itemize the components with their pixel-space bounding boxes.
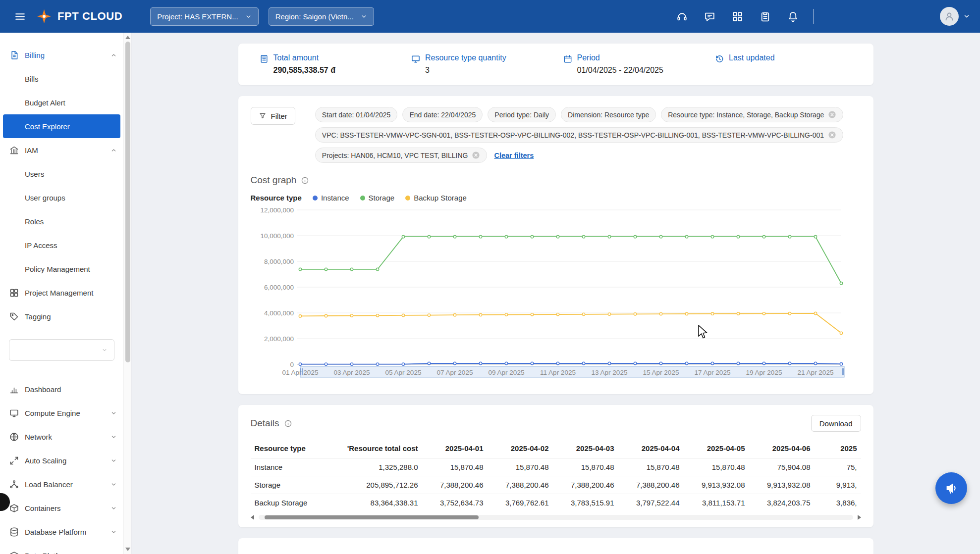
stat-value: 290,585,338.57 đ <box>273 66 335 75</box>
svg-text:19 Apr 2025: 19 Apr 2025 <box>746 369 782 376</box>
sidebar-item-label: Database Platform <box>25 528 86 536</box>
cost-graph-title: Cost graph <box>251 175 861 186</box>
scroll-down-icon[interactable] <box>125 548 130 551</box>
sidebar-item-iam[interactable]: IAM <box>0 138 123 162</box>
sidebar-scrollbar[interactable] <box>123 33 131 554</box>
row-cell: 3,797,522.44 <box>618 494 684 512</box>
row-cell: 7,388,200.46 <box>618 476 684 494</box>
sidebar-select[interactable] <box>9 339 114 361</box>
filter-button-label: Filter <box>271 112 287 120</box>
legend-storage[interactable]: Storage <box>360 194 395 202</box>
row-cell: 15,870.48 <box>618 458 684 476</box>
row-cell: 3,783,515.91 <box>553 494 618 512</box>
sidebar-scrollbar-thumb[interactable] <box>125 42 130 362</box>
table-hscrollbar[interactable] <box>251 513 861 521</box>
info-icon[interactable] <box>301 176 309 185</box>
sidebar-item-containers[interactable]: Containers <box>0 496 123 520</box>
calculator-icon <box>259 54 269 64</box>
row-resource-type: Storage <box>251 476 334 494</box>
filter-chip[interactable]: End date: 22/04/2025 <box>402 107 483 122</box>
scroll-right-icon[interactable] <box>858 515 861 520</box>
filter-chip[interactable]: Projects: HAN06, HCM10, VPC TEST, BILLIN… <box>315 148 488 163</box>
filter-chip[interactable]: Start date: 01/04/2025 <box>315 107 398 122</box>
sidebar-item-roles[interactable]: Roles <box>0 209 123 233</box>
details-col-header: 2025-04-06 <box>749 440 815 458</box>
fpt-logo-icon <box>36 8 53 25</box>
sidebar-item-label: Data Platform <box>25 552 70 554</box>
announcement-fab[interactable] <box>935 472 967 504</box>
info-icon[interactable] <box>284 419 292 428</box>
loadbalancer-icon <box>9 479 19 490</box>
user-menu[interactable] <box>940 7 970 26</box>
scroll-up-icon[interactable] <box>125 36 130 39</box>
brand-logo[interactable]: FPT CLOUD <box>36 8 122 25</box>
containers-icon <box>9 503 19 513</box>
svg-text:11 Apr 2025: 11 Apr 2025 <box>540 369 576 376</box>
sidebar-item-project-management[interactable]: Project Management <box>0 281 123 304</box>
chevron-down-icon <box>110 457 117 464</box>
chip-label: Period type: Daily <box>494 111 549 119</box>
region-dropdown[interactable]: Region: Saigon (Vietn... <box>269 7 374 26</box>
sidebar-item-policy-management[interactable]: Policy Management <box>0 257 123 281</box>
history-icon <box>714 54 724 64</box>
chip-remove-icon[interactable] <box>828 131 836 139</box>
legend-instance[interactable]: Instance <box>313 194 349 202</box>
main-content: Total amount 290,585,338.57 đ Resource t… <box>131 33 980 554</box>
stat-value <box>729 66 775 75</box>
sidebar-item-budget-alert[interactable]: Budget Alert <box>0 91 123 114</box>
details-col-header: 2025-04-03 <box>553 440 618 458</box>
project-dropdown[interactable]: Project: HAS EXTERN... <box>150 7 258 26</box>
filter-chip[interactable]: Period type: Daily <box>488 107 556 122</box>
chevron-down-icon <box>110 409 117 417</box>
sidebar-item-network[interactable]: Network <box>0 425 123 449</box>
sidebar-item-tagging[interactable]: Tagging <box>0 304 123 328</box>
sidebar-item-ip-access[interactable]: IP Access <box>0 233 123 257</box>
sidebar-item-dashboard[interactable]: Dashboard <box>0 377 123 401</box>
filter-chip[interactable]: VPC: BSS-TESTER-VMW-VPC-SGN-001, BSS-TES… <box>315 127 843 143</box>
filter-chip[interactable]: Resource type: Instance, Storage, Backup… <box>661 107 843 122</box>
row-resource-type: Backup Storage <box>251 494 334 512</box>
hscroll-thumb[interactable] <box>265 515 479 519</box>
sidebar-item-compute-engine[interactable]: Compute Engine <box>0 401 123 425</box>
apps-icon[interactable] <box>727 6 747 26</box>
chip-label: Start date: 01/04/2025 <box>322 111 391 119</box>
legend-backup-storage[interactable]: Backup Storage <box>405 194 467 202</box>
chevron-down-icon <box>110 481 117 488</box>
cost-chart[interactable]: 02,000,0004,000,0006,000,0008,000,00010,… <box>251 205 861 383</box>
details-title: Details <box>251 418 292 429</box>
stat-value: 01/04/2025 - 22/04/2025 <box>577 66 663 75</box>
row-cell: 7,388,200.46 <box>553 476 618 494</box>
svg-text:03 Apr 2025: 03 Apr 2025 <box>333 369 370 376</box>
sidebar-item-data-platform[interactable]: Data Platform <box>0 544 123 554</box>
chip-remove-icon[interactable] <box>828 110 836 119</box>
summary-card: Total amount 290,585,338.57 đ Resource t… <box>238 44 873 85</box>
iam-icon <box>9 145 19 155</box>
sidebar-item-database-platform[interactable]: Database Platform <box>0 520 123 544</box>
clear-filters-link[interactable]: Clear filters <box>494 151 534 159</box>
menu-icon[interactable] <box>10 6 30 26</box>
sidebar-item-load-balancer[interactable]: Load Balancer <box>0 472 123 496</box>
user-avatar[interactable] <box>940 7 959 26</box>
clipboard-icon[interactable] <box>755 6 775 26</box>
row-cell: 3,824,203.75 <box>749 494 815 512</box>
compute-icon <box>9 408 19 418</box>
sidebar-item-auto-scaling[interactable]: Auto Scaling <box>0 449 123 472</box>
chip-remove-icon[interactable] <box>472 151 480 159</box>
hscroll-track[interactable] <box>259 515 853 520</box>
row-cell: 3,769,762.61 <box>488 494 553 512</box>
scroll-left-icon[interactable] <box>251 515 254 520</box>
filter-chip[interactable]: Dimension: Resource type <box>561 107 656 122</box>
download-button[interactable]: Download <box>811 415 861 432</box>
sidebar-item-users[interactable]: Users <box>0 162 123 186</box>
filter-button[interactable]: Filter <box>251 107 295 125</box>
sidebar-item-billing[interactable]: Billing <box>0 43 123 67</box>
bell-icon[interactable] <box>783 6 803 26</box>
sidebar-item-label: Compute Engine <box>25 409 80 417</box>
support-icon[interactable] <box>672 6 692 26</box>
sidebar-item-user-groups[interactable]: User groups <box>0 186 123 209</box>
sidebar-item-bills[interactable]: Bills <box>0 67 123 91</box>
sidebar-item-cost-explorer[interactable]: Cost Explorer <box>3 114 120 138</box>
row-cell: 15,870.48 <box>422 458 488 476</box>
chevron-down-icon <box>110 528 117 536</box>
feedback-icon[interactable] <box>700 6 719 26</box>
